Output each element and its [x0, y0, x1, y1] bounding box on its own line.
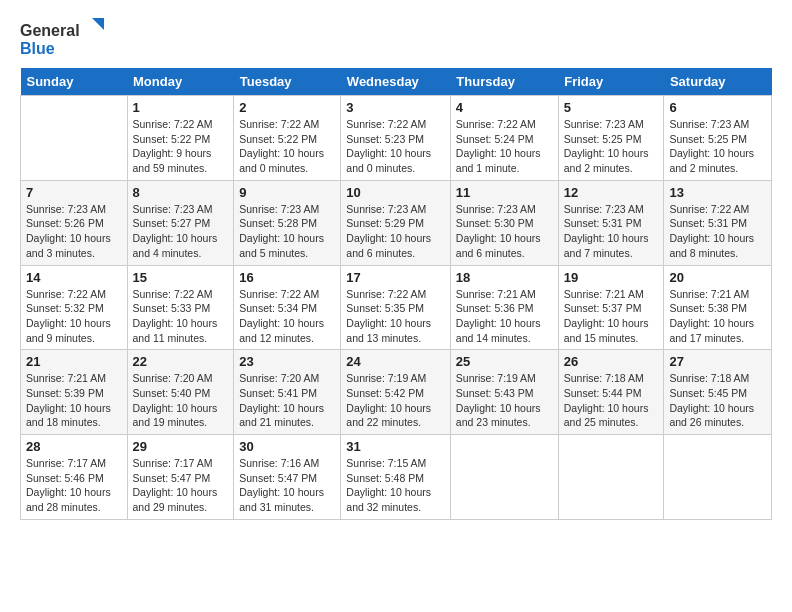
day-info: Sunrise: 7:19 AM Sunset: 5:43 PM Dayligh…: [456, 371, 553, 430]
day-info: Sunrise: 7:22 AM Sunset: 5:32 PM Dayligh…: [26, 287, 122, 346]
calendar-cell: 25Sunrise: 7:19 AM Sunset: 5:43 PM Dayli…: [450, 350, 558, 435]
page-header: GeneralBlue: [20, 16, 772, 58]
calendar-cell: 6Sunrise: 7:23 AM Sunset: 5:25 PM Daylig…: [664, 96, 772, 181]
day-info: Sunrise: 7:23 AM Sunset: 5:29 PM Dayligh…: [346, 202, 445, 261]
day-number: 3: [346, 100, 445, 115]
weekday-header-cell: Saturday: [664, 68, 772, 96]
calendar-cell: 27Sunrise: 7:18 AM Sunset: 5:45 PM Dayli…: [664, 350, 772, 435]
calendar-cell: 14Sunrise: 7:22 AM Sunset: 5:32 PM Dayli…: [21, 265, 128, 350]
calendar-cell: 17Sunrise: 7:22 AM Sunset: 5:35 PM Dayli…: [341, 265, 451, 350]
day-number: 22: [133, 354, 229, 369]
calendar-cell: 15Sunrise: 7:22 AM Sunset: 5:33 PM Dayli…: [127, 265, 234, 350]
day-info: Sunrise: 7:22 AM Sunset: 5:33 PM Dayligh…: [133, 287, 229, 346]
svg-marker-2: [92, 18, 104, 30]
calendar-cell: [664, 435, 772, 520]
weekday-header-row: SundayMondayTuesdayWednesdayThursdayFrid…: [21, 68, 772, 96]
svg-text:Blue: Blue: [20, 40, 55, 57]
calendar-cell: 24Sunrise: 7:19 AM Sunset: 5:42 PM Dayli…: [341, 350, 451, 435]
day-number: 23: [239, 354, 335, 369]
day-info: Sunrise: 7:22 AM Sunset: 5:31 PM Dayligh…: [669, 202, 766, 261]
logo-icon: GeneralBlue: [20, 16, 110, 58]
day-info: Sunrise: 7:19 AM Sunset: 5:42 PM Dayligh…: [346, 371, 445, 430]
calendar-cell: 29Sunrise: 7:17 AM Sunset: 5:47 PM Dayli…: [127, 435, 234, 520]
day-number: 15: [133, 270, 229, 285]
day-info: Sunrise: 7:20 AM Sunset: 5:41 PM Dayligh…: [239, 371, 335, 430]
calendar-cell: 5Sunrise: 7:23 AM Sunset: 5:25 PM Daylig…: [558, 96, 664, 181]
calendar-cell: 31Sunrise: 7:15 AM Sunset: 5:48 PM Dayli…: [341, 435, 451, 520]
day-info: Sunrise: 7:23 AM Sunset: 5:28 PM Dayligh…: [239, 202, 335, 261]
day-info: Sunrise: 7:18 AM Sunset: 5:44 PM Dayligh…: [564, 371, 659, 430]
day-info: Sunrise: 7:23 AM Sunset: 5:31 PM Dayligh…: [564, 202, 659, 261]
weekday-header-cell: Thursday: [450, 68, 558, 96]
day-number: 2: [239, 100, 335, 115]
calendar-cell: 21Sunrise: 7:21 AM Sunset: 5:39 PM Dayli…: [21, 350, 128, 435]
calendar-week-row: 21Sunrise: 7:21 AM Sunset: 5:39 PM Dayli…: [21, 350, 772, 435]
calendar-cell: 9Sunrise: 7:23 AM Sunset: 5:28 PM Daylig…: [234, 180, 341, 265]
day-number: 14: [26, 270, 122, 285]
day-number: 30: [239, 439, 335, 454]
day-info: Sunrise: 7:23 AM Sunset: 5:25 PM Dayligh…: [564, 117, 659, 176]
calendar-cell: 3Sunrise: 7:22 AM Sunset: 5:23 PM Daylig…: [341, 96, 451, 181]
day-info: Sunrise: 7:23 AM Sunset: 5:26 PM Dayligh…: [26, 202, 122, 261]
day-number: 24: [346, 354, 445, 369]
day-info: Sunrise: 7:16 AM Sunset: 5:47 PM Dayligh…: [239, 456, 335, 515]
day-info: Sunrise: 7:17 AM Sunset: 5:47 PM Dayligh…: [133, 456, 229, 515]
weekday-header-cell: Tuesday: [234, 68, 341, 96]
day-info: Sunrise: 7:23 AM Sunset: 5:25 PM Dayligh…: [669, 117, 766, 176]
day-number: 10: [346, 185, 445, 200]
day-info: Sunrise: 7:22 AM Sunset: 5:22 PM Dayligh…: [133, 117, 229, 176]
day-number: 5: [564, 100, 659, 115]
calendar-cell: 26Sunrise: 7:18 AM Sunset: 5:44 PM Dayli…: [558, 350, 664, 435]
calendar-table: SundayMondayTuesdayWednesdayThursdayFrid…: [20, 68, 772, 520]
day-info: Sunrise: 7:22 AM Sunset: 5:22 PM Dayligh…: [239, 117, 335, 176]
calendar-cell: 4Sunrise: 7:22 AM Sunset: 5:24 PM Daylig…: [450, 96, 558, 181]
logo: GeneralBlue: [20, 16, 110, 58]
day-number: 31: [346, 439, 445, 454]
weekday-header-cell: Friday: [558, 68, 664, 96]
calendar-cell: 18Sunrise: 7:21 AM Sunset: 5:36 PM Dayli…: [450, 265, 558, 350]
calendar-cell: 16Sunrise: 7:22 AM Sunset: 5:34 PM Dayli…: [234, 265, 341, 350]
day-info: Sunrise: 7:22 AM Sunset: 5:23 PM Dayligh…: [346, 117, 445, 176]
day-number: 16: [239, 270, 335, 285]
day-number: 9: [239, 185, 335, 200]
day-info: Sunrise: 7:21 AM Sunset: 5:36 PM Dayligh…: [456, 287, 553, 346]
day-number: 13: [669, 185, 766, 200]
calendar-week-row: 28Sunrise: 7:17 AM Sunset: 5:46 PM Dayli…: [21, 435, 772, 520]
calendar-cell: 10Sunrise: 7:23 AM Sunset: 5:29 PM Dayli…: [341, 180, 451, 265]
day-number: 17: [346, 270, 445, 285]
calendar-cell: 28Sunrise: 7:17 AM Sunset: 5:46 PM Dayli…: [21, 435, 128, 520]
calendar-cell: 12Sunrise: 7:23 AM Sunset: 5:31 PM Dayli…: [558, 180, 664, 265]
svg-text:General: General: [20, 22, 80, 39]
day-number: 29: [133, 439, 229, 454]
calendar-cell: 22Sunrise: 7:20 AM Sunset: 5:40 PM Dayli…: [127, 350, 234, 435]
day-number: 6: [669, 100, 766, 115]
weekday-header-cell: Sunday: [21, 68, 128, 96]
day-info: Sunrise: 7:23 AM Sunset: 5:30 PM Dayligh…: [456, 202, 553, 261]
day-info: Sunrise: 7:15 AM Sunset: 5:48 PM Dayligh…: [346, 456, 445, 515]
day-number: 20: [669, 270, 766, 285]
calendar-cell: 30Sunrise: 7:16 AM Sunset: 5:47 PM Dayli…: [234, 435, 341, 520]
weekday-header-cell: Monday: [127, 68, 234, 96]
calendar-cell: 2Sunrise: 7:22 AM Sunset: 5:22 PM Daylig…: [234, 96, 341, 181]
calendar-week-row: 14Sunrise: 7:22 AM Sunset: 5:32 PM Dayli…: [21, 265, 772, 350]
calendar-cell: 11Sunrise: 7:23 AM Sunset: 5:30 PM Dayli…: [450, 180, 558, 265]
calendar-week-row: 7Sunrise: 7:23 AM Sunset: 5:26 PM Daylig…: [21, 180, 772, 265]
day-info: Sunrise: 7:23 AM Sunset: 5:27 PM Dayligh…: [133, 202, 229, 261]
day-info: Sunrise: 7:21 AM Sunset: 5:37 PM Dayligh…: [564, 287, 659, 346]
day-info: Sunrise: 7:22 AM Sunset: 5:24 PM Dayligh…: [456, 117, 553, 176]
day-number: 1: [133, 100, 229, 115]
day-info: Sunrise: 7:21 AM Sunset: 5:39 PM Dayligh…: [26, 371, 122, 430]
day-number: 8: [133, 185, 229, 200]
day-number: 25: [456, 354, 553, 369]
day-info: Sunrise: 7:17 AM Sunset: 5:46 PM Dayligh…: [26, 456, 122, 515]
day-info: Sunrise: 7:20 AM Sunset: 5:40 PM Dayligh…: [133, 371, 229, 430]
day-number: 4: [456, 100, 553, 115]
calendar-week-row: 1Sunrise: 7:22 AM Sunset: 5:22 PM Daylig…: [21, 96, 772, 181]
calendar-cell: [558, 435, 664, 520]
calendar-body: 1Sunrise: 7:22 AM Sunset: 5:22 PM Daylig…: [21, 96, 772, 520]
calendar-cell: [21, 96, 128, 181]
day-number: 26: [564, 354, 659, 369]
day-number: 18: [456, 270, 553, 285]
day-info: Sunrise: 7:21 AM Sunset: 5:38 PM Dayligh…: [669, 287, 766, 346]
day-number: 27: [669, 354, 766, 369]
